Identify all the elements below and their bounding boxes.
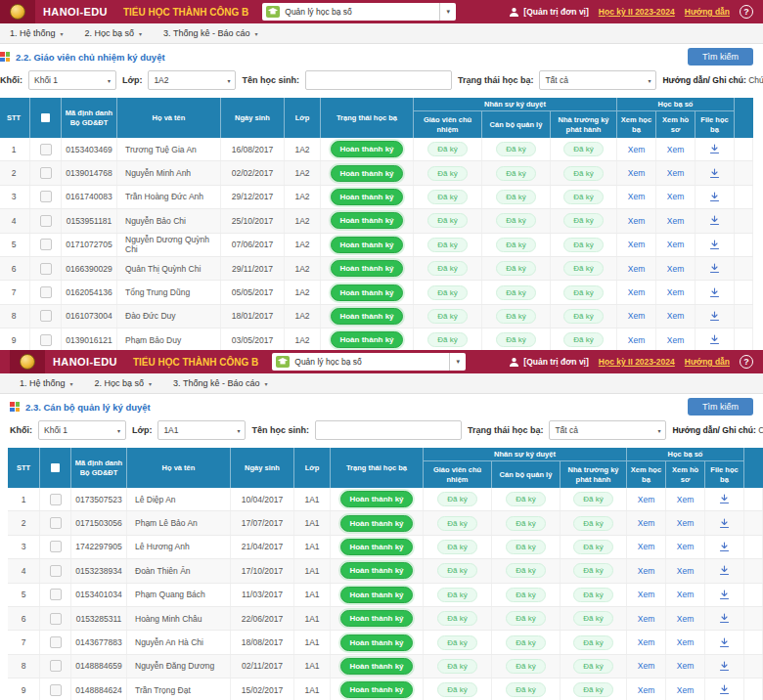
row-checkbox[interactable] — [50, 589, 62, 600]
download-icon[interactable] — [719, 518, 730, 529]
view-hoc-ba-link[interactable]: Xem — [628, 168, 645, 178]
status-badge[interactable]: Hoàn thành ký — [340, 515, 412, 532]
menu-item[interactable]: 2. Học bạ số ▾ — [77, 26, 151, 40]
download-icon[interactable] — [709, 287, 720, 298]
row-checkbox[interactable] — [40, 310, 52, 322]
row-checkbox[interactable] — [50, 565, 62, 577]
menu-item[interactable]: 3. Thống kê - Báo cáo ▾ — [165, 376, 275, 390]
view-hoc-ba-link[interactable]: Xem — [628, 311, 645, 321]
view-hoc-ba-link[interactable]: Xem — [638, 495, 654, 504]
view-ho-so-link[interactable]: Xem — [667, 311, 684, 321]
row-checkbox[interactable] — [50, 541, 62, 552]
status-badge[interactable]: Hoàn thành ký — [340, 681, 412, 698]
view-hoc-ba-link[interactable]: Xem — [628, 240, 645, 249]
download-icon[interactable] — [709, 311, 720, 322]
status-badge[interactable]: Hoàn thành ký — [331, 141, 402, 157]
download-icon[interactable] — [719, 684, 730, 695]
view-hoc-ba-link[interactable]: Xem — [628, 264, 645, 274]
view-ho-so-link[interactable]: Xem — [677, 518, 694, 528]
menu-item[interactable]: 1. Hệ thống ▾ — [2, 26, 71, 40]
row-checkbox[interactable] — [40, 215, 52, 227]
khoi-select[interactable]: Khối 1 ▾ — [28, 70, 116, 90]
select-all-checkbox[interactable] — [41, 113, 50, 122]
module-select[interactable]: Quản lý học bạ số ▾ — [262, 3, 456, 21]
status-badge[interactable]: Hoàn thành ký — [340, 562, 412, 579]
view-hoc-ba-link[interactable]: Xem — [638, 685, 654, 695]
view-ho-so-link[interactable]: Xem — [677, 614, 694, 624]
status-badge[interactable]: Hoàn thành ký — [340, 587, 412, 603]
view-ho-so-link[interactable]: Xem — [677, 637, 694, 647]
view-ho-so-link[interactable]: Xem — [677, 590, 694, 599]
row-checkbox[interactable] — [40, 239, 52, 250]
download-icon[interactable] — [709, 334, 720, 345]
student-name-input[interactable] — [315, 420, 462, 440]
download-icon[interactable] — [719, 542, 730, 552]
view-hoc-ba-link[interactable]: Xem — [638, 566, 654, 576]
view-hoc-ba-link[interactable]: Xem — [628, 287, 645, 297]
status-select[interactable]: Tất cả ▾ — [539, 70, 656, 90]
view-hoc-ba-link[interactable]: Xem — [638, 614, 654, 624]
view-hoc-ba-link[interactable]: Xem — [628, 145, 645, 154]
status-badge[interactable]: Hoàn thành ký — [331, 165, 402, 182]
status-badge[interactable]: Hoàn thành ký — [340, 634, 412, 651]
student-name-input[interactable] — [305, 70, 452, 90]
row-checkbox[interactable] — [40, 167, 52, 179]
search-button[interactable]: Tìm kiếm — [688, 398, 753, 416]
view-ho-so-link[interactable]: Xem — [677, 542, 694, 551]
search-button[interactable]: Tìm kiếm — [688, 48, 753, 66]
view-hoc-ba-link[interactable]: Xem — [638, 590, 654, 599]
status-badge[interactable]: Hoàn thành ký — [331, 189, 402, 205]
download-icon[interactable] — [719, 613, 730, 624]
row-checkbox[interactable] — [40, 286, 52, 298]
chevron-down-icon[interactable]: ▾ — [439, 3, 456, 21]
status-badge[interactable]: Hoàn thành ký — [331, 308, 402, 325]
download-icon[interactable] — [709, 240, 720, 250]
status-badge[interactable]: Hoàn thành ký — [340, 658, 412, 675]
menu-item[interactable]: 2. Học bạ số ▾ — [87, 376, 160, 390]
download-icon[interactable] — [709, 168, 720, 179]
view-ho-so-link[interactable]: Xem — [677, 566, 694, 576]
view-ho-so-link[interactable]: Xem — [667, 240, 684, 249]
download-icon[interactable] — [709, 192, 720, 202]
module-select[interactable]: Quản lý học bạ số ▾ — [272, 353, 466, 371]
row-checkbox[interactable] — [50, 494, 62, 505]
chevron-down-icon[interactable]: ▾ — [449, 353, 466, 371]
semester-link[interactable]: Học kỳ II 2023-2024 — [599, 357, 675, 367]
view-hoc-ba-link[interactable]: Xem — [638, 518, 654, 528]
view-ho-so-link[interactable]: Xem — [677, 685, 694, 695]
view-ho-so-link[interactable]: Xem — [677, 495, 694, 504]
row-checkbox[interactable] — [50, 636, 62, 648]
row-checkbox[interactable] — [50, 517, 62, 529]
view-ho-so-link[interactable]: Xem — [667, 145, 684, 154]
download-icon[interactable] — [719, 661, 730, 672]
help-icon[interactable]: ? — [740, 5, 753, 19]
status-badge[interactable]: Hoàn thành ký — [340, 610, 412, 627]
download-icon[interactable] — [719, 494, 730, 504]
view-hoc-ba-link[interactable]: Xem — [638, 542, 654, 551]
status-badge[interactable]: Hoàn thành ký — [331, 237, 402, 253]
row-checkbox[interactable] — [50, 660, 62, 672]
select-all-checkbox[interactable] — [51, 463, 60, 472]
row-checkbox[interactable] — [40, 144, 52, 155]
view-ho-so-link[interactable]: Xem — [667, 264, 684, 274]
help-link[interactable]: Hướng dẫn — [685, 7, 730, 17]
view-ho-so-link[interactable]: Xem — [667, 216, 684, 226]
status-badge[interactable]: Hoàn thành ký — [331, 260, 402, 277]
view-hoc-ba-link[interactable]: Xem — [628, 216, 645, 226]
row-checkbox[interactable] — [40, 263, 52, 275]
row-checkbox[interactable] — [40, 191, 52, 202]
download-icon[interactable] — [709, 263, 720, 274]
menu-item[interactable]: 3. Thống kê - Báo cáo ▾ — [156, 26, 265, 40]
view-ho-so-link[interactable]: Xem — [667, 192, 684, 201]
status-badge[interactable]: Hoàn thành ký — [340, 539, 412, 555]
help-link[interactable]: Hướng dẫn — [685, 357, 730, 367]
view-ho-so-link[interactable]: Xem — [667, 335, 684, 345]
view-ho-so-link[interactable]: Xem — [667, 287, 684, 297]
view-hoc-ba-link[interactable]: Xem — [628, 192, 645, 201]
status-badge[interactable]: Hoàn thành ký — [331, 212, 402, 229]
view-hoc-ba-link[interactable]: Xem — [638, 637, 654, 647]
view-hoc-ba-link[interactable]: Xem — [628, 335, 645, 345]
lop-select[interactable]: 1A2 ▾ — [148, 70, 236, 90]
view-hoc-ba-link[interactable]: Xem — [638, 661, 654, 671]
view-ho-so-link[interactable]: Xem — [677, 661, 694, 671]
